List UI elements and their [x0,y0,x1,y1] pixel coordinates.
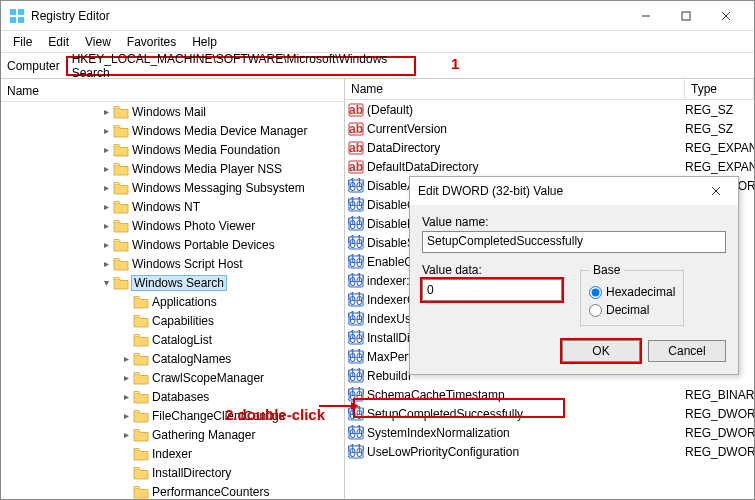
tree-item[interactable]: ▸CrawlScopeManager [1,368,344,387]
expander-icon[interactable]: ▾ [99,277,113,288]
radio-hex-label: Hexadecimal [606,285,675,299]
radio-hexadecimal[interactable]: Hexadecimal [589,285,675,299]
svg-text:1001: 1001 [348,218,364,232]
value-data-label: Value data: [422,263,562,277]
expander-icon[interactable]: ▸ [99,239,113,250]
radio-dec-input[interactable] [589,304,602,317]
folder-icon [113,257,129,271]
tree-item-label: Capabilities [152,314,214,328]
expander-icon[interactable]: ▸ [99,201,113,212]
base-group: Base Hexadecimal Decimal [580,263,684,326]
tree-item[interactable]: ▸Windows Media Device Manager [1,121,344,140]
binary-value-icon: 01101001 [348,406,364,422]
binary-value-icon: 01101001 [348,368,364,384]
svg-text:1001: 1001 [348,370,364,384]
tree-item-label: Gathering Manager [152,428,255,442]
value-data-input[interactable] [422,279,562,301]
tree-item[interactable]: ▸Windows Mail [1,102,344,121]
folder-icon [133,409,149,423]
radio-decimal[interactable]: Decimal [589,303,675,317]
menu-favorites[interactable]: Favorites [119,33,184,51]
tree-item[interactable]: ▾Windows Search [1,273,344,292]
tree-item[interactable]: CatalogList [1,330,344,349]
value-row[interactable]: abDefaultDataDirectoryREG_EXPAND_ [345,157,754,176]
tree-item-label: Windows Portable Devices [132,238,275,252]
tree-item[interactable]: PerformanceCounters [1,482,344,499]
tree-item[interactable]: Applications [1,292,344,311]
expander-icon[interactable]: ▸ [99,258,113,269]
svg-text:1001: 1001 [348,313,364,327]
folder-icon [133,390,149,404]
value-name-input[interactable]: SetupCompletedSuccessfully [422,231,726,253]
string-value-icon: ab [348,159,364,175]
expander-icon[interactable]: ▸ [99,125,113,136]
value-name: CurrentVersion [367,122,685,136]
close-button[interactable] [706,2,746,30]
value-type: REG_DWORD [685,445,754,459]
value-name-text: SetupCompletedSuccessfully [427,234,583,248]
value-row[interactable]: ab(Default)REG_SZ [345,100,754,119]
address-path-input[interactable]: HKEY_LOCAL_MACHINE\SOFTWARE\Microsoft\Wi… [66,56,416,76]
folder-icon [133,295,149,309]
expander-icon[interactable]: ▸ [119,410,133,421]
tree-item[interactable]: ▸Windows Portable Devices [1,235,344,254]
expander-icon[interactable]: ▸ [119,391,133,402]
column-type[interactable]: Type [685,79,754,99]
ok-button[interactable]: OK [562,340,640,362]
base-legend: Base [589,263,624,277]
folder-icon [133,447,149,461]
tree-item[interactable]: ▸Databases [1,387,344,406]
menu-help[interactable]: Help [184,33,225,51]
tree-item[interactable]: ▸Windows Script Host [1,254,344,273]
expander-icon[interactable]: ▸ [119,372,133,383]
value-row[interactable]: 01101001UseLowPriorityConfigurationREG_D… [345,442,754,461]
menu-edit[interactable]: Edit [40,33,77,51]
maximize-button[interactable] [666,2,706,30]
value-name: DefaultDataDirectory [367,160,685,174]
tree-item[interactable]: ▸Windows Messaging Subsystem [1,178,344,197]
expander-icon[interactable]: ▸ [119,429,133,440]
dialog-titlebar: Edit DWORD (32-bit) Value [410,177,738,205]
value-row[interactable]: abDataDirectoryREG_EXPAND_ [345,138,754,157]
value-row[interactable]: 01101001SchemaCacheTimestampREG_BINARY [345,385,754,404]
binary-value-icon: 01101001 [348,273,364,289]
binary-value-icon: 01101001 [348,349,364,365]
folder-icon [113,105,129,119]
tree-item[interactable]: ▸Windows Media Player NSS [1,159,344,178]
dialog-close-button[interactable] [702,186,730,196]
tree-pane[interactable]: Name ▸Windows Mail▸Windows Media Device … [1,79,345,499]
expander-icon[interactable]: ▸ [99,144,113,155]
tree-header-name[interactable]: Name [1,81,344,102]
tree-item[interactable]: ▸Windows Media Foundation [1,140,344,159]
svg-text:ab: ab [349,122,363,136]
tree-item[interactable]: ▸Windows Photo Viewer [1,216,344,235]
expander-icon[interactable]: ▸ [99,220,113,231]
tree-item-label: PerformanceCounters [152,485,269,499]
tree-item[interactable]: ▸CatalogNames [1,349,344,368]
expander-icon[interactable]: ▸ [99,182,113,193]
tree-item[interactable]: ▸Gathering Manager [1,425,344,444]
minimize-button[interactable] [626,2,666,30]
menu-file[interactable]: File [5,33,40,51]
menu-view[interactable]: View [77,33,119,51]
tree-item-label: Windows Messaging Subsystem [132,181,305,195]
value-row[interactable]: 01101001SetupCompletedSuccessfullyREG_DW… [345,404,754,423]
binary-value-icon: 01101001 [348,254,364,270]
expander-icon[interactable]: ▸ [99,106,113,117]
tree-item[interactable]: Indexer [1,444,344,463]
value-row[interactable]: 01101001SystemIndexNormalizationREG_DWOR… [345,423,754,442]
column-name[interactable]: Name [345,79,685,99]
cancel-button[interactable]: Cancel [648,340,726,362]
value-row[interactable]: abCurrentVersionREG_SZ [345,119,754,138]
tree-item-label: CatalogNames [152,352,231,366]
expander-icon[interactable]: ▸ [99,163,113,174]
expander-icon[interactable]: ▸ [119,353,133,364]
tree-item[interactable]: ▸Windows NT [1,197,344,216]
string-value-icon: ab [348,140,364,156]
tree-item[interactable]: Capabilities [1,311,344,330]
radio-hex-input[interactable] [589,286,602,299]
binary-value-icon: 01101001 [348,311,364,327]
value-name-label: Value name: [422,215,726,229]
tree-item[interactable]: InstallDirectory [1,463,344,482]
binary-value-icon: 01101001 [348,178,364,194]
